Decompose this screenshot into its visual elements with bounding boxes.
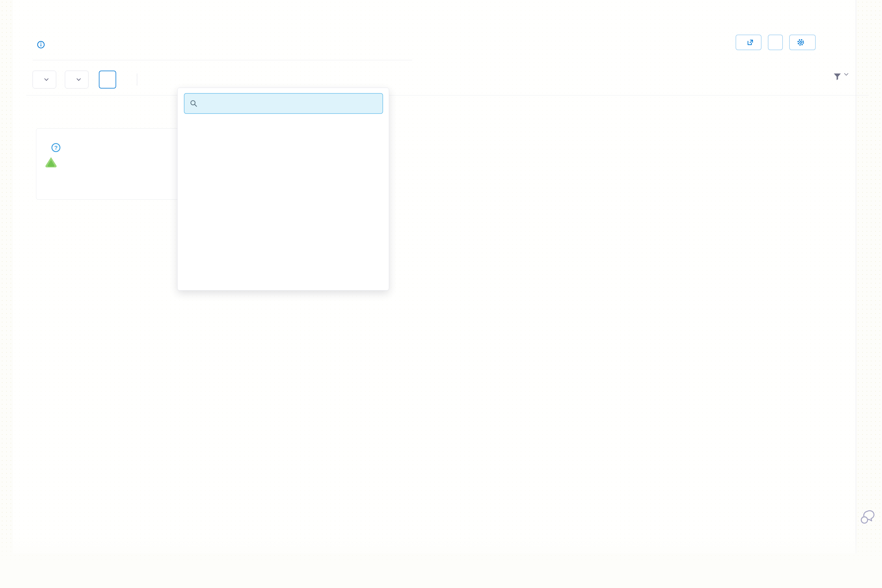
filter-bar	[33, 70, 145, 88]
filter-panel-toggle[interactable]	[833, 73, 849, 82]
manage-ignore-list-button[interactable]	[768, 34, 783, 50]
savings-leaf-icon	[44, 156, 58, 168]
settings-button[interactable]	[789, 34, 816, 50]
search-icon	[190, 99, 198, 108]
chevron-down-icon	[44, 78, 49, 82]
header-divider	[33, 60, 412, 60]
export-csv-button[interactable]	[736, 34, 762, 50]
search-box	[184, 93, 383, 114]
recommendations-table	[36, 238, 858, 554]
table-header	[36, 213, 858, 230]
potential-savings-card: ?	[36, 128, 188, 200]
svg-text:?: ?	[54, 145, 58, 151]
add-filter-dropdown	[177, 88, 389, 291]
filter-divider	[137, 74, 137, 86]
external-link-icon	[747, 39, 754, 46]
header-actions	[736, 34, 816, 50]
recommendations-page: ?	[13, 0, 856, 554]
recommendation-type-filter[interactable]	[33, 70, 56, 88]
info-icon[interactable]	[37, 40, 45, 49]
cloud-provider-filter[interactable]	[65, 70, 88, 88]
chevron-down-icon	[844, 73, 849, 76]
help-icon[interactable]: ?	[51, 142, 61, 153]
funnel-icon	[833, 73, 842, 82]
add-filter-button[interactable]	[99, 70, 116, 88]
gear-icon	[796, 38, 805, 46]
chevron-down-icon	[76, 78, 81, 82]
support-chat-icon[interactable]	[860, 509, 876, 526]
search-input[interactable]	[202, 99, 377, 108]
